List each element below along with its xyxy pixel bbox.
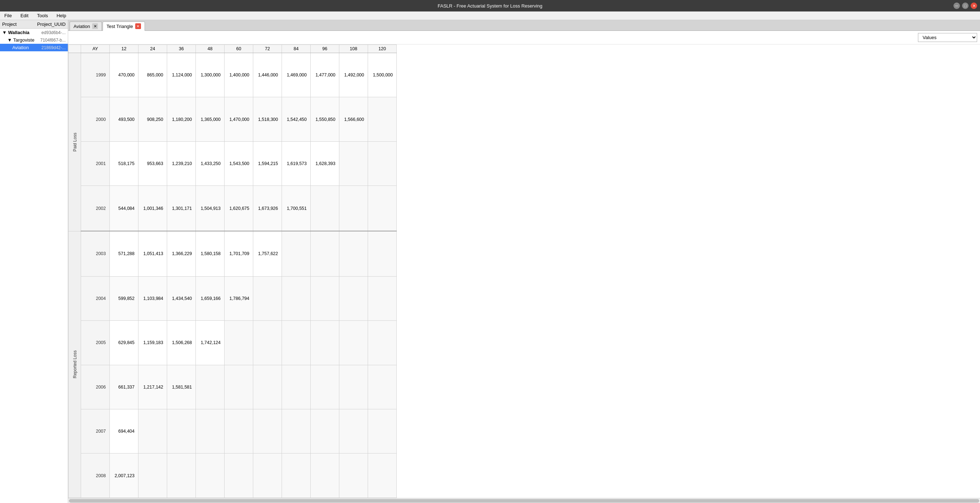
data-cell: 1,300,000 bbox=[196, 53, 224, 97]
table-row: 2004599,8521,103,9841,434,5401,659,1661,… bbox=[68, 276, 397, 320]
menu-item-edit[interactable]: Edit bbox=[18, 12, 31, 19]
table-row: Paid Loss1999470,000865,0001,124,0001,30… bbox=[68, 53, 397, 97]
data-cell: 1,542,450 bbox=[282, 97, 311, 142]
data-cell bbox=[368, 186, 397, 231]
data-cell: 694,404 bbox=[110, 409, 138, 454]
table-row: 2001518,175953,6631,239,2101,433,2501,54… bbox=[68, 142, 397, 185]
data-cell: 1,433,250 bbox=[196, 142, 224, 185]
data-cell bbox=[311, 409, 339, 454]
maximize-button[interactable]: □ bbox=[962, 3, 969, 9]
col-header-48: 48 bbox=[196, 45, 224, 53]
table-row: 2005629,8451,159,1831,506,2681,742,124 bbox=[68, 321, 397, 365]
minimize-button[interactable]: ─ bbox=[953, 3, 960, 9]
sidebar-row-1[interactable]: ▼ Targoviste7104f867-b... bbox=[0, 36, 68, 44]
data-cell: 1,239,210 bbox=[167, 142, 196, 185]
data-cell: 544,084 bbox=[110, 186, 138, 231]
sidebar-header-project: Project bbox=[2, 22, 37, 27]
data-cell bbox=[224, 365, 253, 409]
data-cell bbox=[196, 409, 224, 454]
data-cell bbox=[253, 409, 282, 454]
data-cell: 1,470,000 bbox=[224, 97, 253, 142]
values-dropdown[interactable]: ValuesIncremental ValuesCDF bbox=[918, 33, 977, 42]
data-cell bbox=[138, 454, 167, 498]
data-cell: 1,103,984 bbox=[138, 276, 167, 320]
sidebar: Project Project_UUID ▼ Wallachiaed93d6b4… bbox=[0, 20, 68, 503]
data-cell: 518,175 bbox=[110, 142, 138, 185]
tab-bar: Aviation✕Test Triangle✕ bbox=[68, 20, 980, 31]
tab-close-0[interactable]: ✕ bbox=[92, 23, 98, 29]
data-cell: 470,000 bbox=[110, 53, 138, 97]
data-cell bbox=[167, 409, 196, 454]
ay-cell: 2006 bbox=[81, 365, 110, 409]
data-cell: 1,700,551 bbox=[282, 186, 311, 231]
tab-0[interactable]: Aviation✕ bbox=[70, 22, 102, 30]
ay-cell: 1999 bbox=[81, 53, 110, 97]
menu-item-tools[interactable]: Tools bbox=[34, 12, 51, 19]
data-cell: 1,659,166 bbox=[196, 276, 224, 320]
data-cell: 1,159,183 bbox=[138, 321, 167, 365]
data-cell: 493,500 bbox=[110, 97, 138, 142]
data-cell: 571,288 bbox=[110, 231, 138, 276]
ay-cell: 2001 bbox=[81, 142, 110, 185]
data-cell: 661,337 bbox=[110, 365, 138, 409]
data-cell: 1,673,926 bbox=[253, 186, 282, 231]
data-cell: 1,477,000 bbox=[311, 53, 339, 97]
close-button[interactable]: ✕ bbox=[970, 3, 977, 9]
data-cell: 1,400,000 bbox=[224, 53, 253, 97]
scrollbar-thumb[interactable] bbox=[69, 499, 979, 503]
data-cell bbox=[368, 321, 397, 365]
table-area[interactable]: AY1224364860728496108120Paid Loss1999470… bbox=[68, 45, 980, 498]
data-cell: 1,365,000 bbox=[196, 97, 224, 142]
col-header-AY: AY bbox=[81, 45, 110, 53]
tab-close-1[interactable]: ✕ bbox=[135, 23, 141, 29]
data-cell: 1,580,158 bbox=[196, 231, 224, 276]
data-cell bbox=[282, 321, 311, 365]
data-cell: 2,007,123 bbox=[110, 454, 138, 498]
data-cell: 1,619,573 bbox=[282, 142, 311, 185]
right-panel: Aviation✕Test Triangle✕ ValuesIncrementa… bbox=[68, 20, 980, 503]
data-cell: 1,446,000 bbox=[253, 53, 282, 97]
data-cell bbox=[196, 365, 224, 409]
data-cell bbox=[368, 231, 397, 276]
data-cell bbox=[253, 365, 282, 409]
sidebar-row-2[interactable]: Aviation21869d42-... bbox=[0, 44, 68, 51]
data-cell bbox=[138, 409, 167, 454]
menu-item-file[interactable]: File bbox=[2, 12, 15, 19]
data-cell bbox=[282, 231, 311, 276]
data-cell bbox=[311, 454, 339, 498]
data-cell: 1,500,000 bbox=[368, 53, 397, 97]
data-cell bbox=[253, 321, 282, 365]
main-content: Project Project_UUID ▼ Wallachiaed93d6b4… bbox=[0, 20, 980, 503]
data-cell: 1,124,000 bbox=[167, 53, 196, 97]
data-cell: 908,250 bbox=[138, 97, 167, 142]
data-cell: 1,001,346 bbox=[138, 186, 167, 231]
col-header-24: 24 bbox=[138, 45, 167, 53]
ay-cell: 2007 bbox=[81, 409, 110, 454]
data-cell: 599,852 bbox=[110, 276, 138, 320]
sidebar-label-2: Aviation bbox=[2, 45, 41, 50]
col-header-84: 84 bbox=[282, 45, 311, 53]
scrollbar-area[interactable] bbox=[68, 498, 980, 503]
data-cell bbox=[282, 409, 311, 454]
col-header-120: 120 bbox=[368, 45, 397, 53]
data-cell: 1,701,709 bbox=[224, 231, 253, 276]
triangle-table: AY1224364860728496108120Paid Loss1999470… bbox=[68, 45, 397, 498]
sidebar-uuid-0: ed93d6b4-... bbox=[41, 30, 66, 35]
ay-cell: 2000 bbox=[81, 97, 110, 142]
sidebar-row-0[interactable]: ▼ Wallachiaed93d6b4-... bbox=[0, 29, 68, 36]
sidebar-header-uuid: Project_UUID bbox=[37, 22, 66, 27]
ay-cell: 2008 bbox=[81, 454, 110, 498]
tab-1[interactable]: Test Triangle✕ bbox=[103, 22, 145, 31]
data-cell bbox=[253, 454, 282, 498]
table-row: 2007694,404 bbox=[68, 409, 397, 454]
data-cell bbox=[368, 276, 397, 320]
data-cell: 1,217,142 bbox=[138, 365, 167, 409]
sidebar-header: Project Project_UUID bbox=[0, 20, 68, 29]
data-cell: 1,051,413 bbox=[138, 231, 167, 276]
ay-cell: 2003 bbox=[81, 231, 110, 276]
menu-bar: FileEditToolsHelp bbox=[0, 11, 980, 20]
data-cell bbox=[311, 321, 339, 365]
data-cell: 1,566,600 bbox=[339, 97, 368, 142]
menu-item-help[interactable]: Help bbox=[54, 12, 69, 19]
data-cell bbox=[368, 454, 397, 498]
